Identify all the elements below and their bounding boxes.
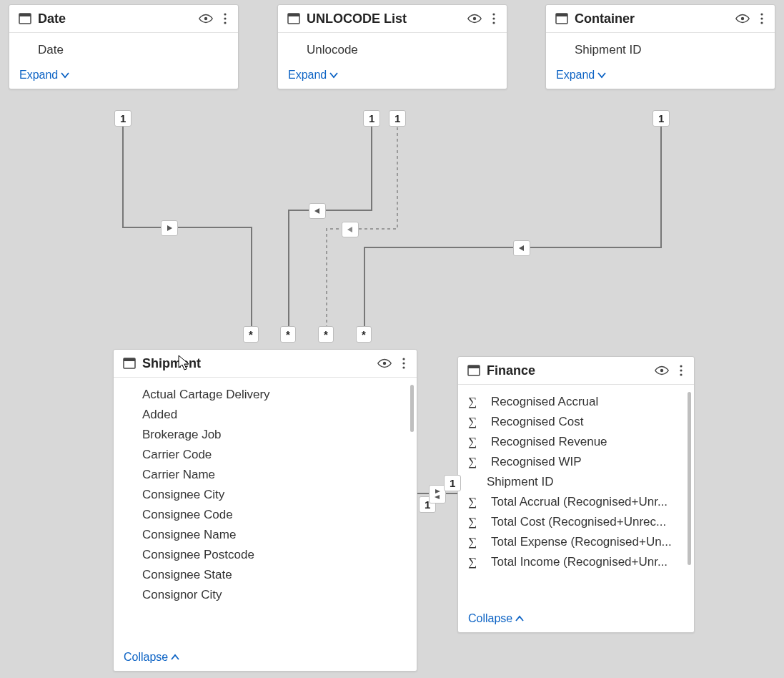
sigma-icon: ∑ [468,415,484,429]
svg-point-11 [492,21,495,24]
field[interactable]: Shipment ID [465,472,687,492]
sigma-icon: ∑ [468,395,484,409]
svg-point-28 [680,369,682,371]
expand-link[interactable]: Expand [19,69,69,82]
svg-point-15 [760,13,763,15]
more-icon[interactable] [756,11,768,26]
cardinality-shipment: * [356,326,372,343]
svg-point-9 [492,13,495,15]
chevron-up-icon [171,653,179,662]
svg-rect-1 [19,14,31,16]
table-date[interactable]: Date Date Expand [9,4,239,89]
field[interactable]: Brokerage Job [121,425,410,445]
svg-point-14 [741,17,744,20]
field[interactable]: Carrier Code [121,445,410,465]
field[interactable]: Consignee City [121,485,410,505]
model-canvas[interactable]: 1 1 1 1 * * * * 1 1 Date Date Expand [0,0,784,678]
filter-direction-icon [309,203,326,219]
chevron-down-icon [597,71,606,79]
field[interactable]: Added [121,405,410,425]
table-shipment[interactable]: Shipment Actual Cartage Delivery Added B… [113,349,417,672]
field[interactable]: Shipment ID [553,40,768,60]
svg-rect-13 [556,14,567,16]
cardinality-unlocode-a: 1 [363,110,380,127]
field[interactable]: Unlocode [285,40,500,60]
collapse-link[interactable]: Collapse [124,651,179,664]
field[interactable]: Consignee Postcode [121,545,410,565]
svg-point-17 [760,21,763,24]
more-icon[interactable] [398,356,410,370]
sigma-icon: ∑ [468,455,484,469]
cardinality-container: 1 [652,110,670,127]
field[interactable]: Consignee Name [121,525,410,545]
field[interactable]: Actual Cartage Delivery [121,385,410,405]
table-title: Finance [487,363,648,378]
svg-point-8 [473,17,476,20]
measure-field[interactable]: ∑Recognised Revenue [465,432,687,452]
svg-point-20 [383,362,386,365]
field[interactable]: Consignee State [121,565,410,585]
filter-direction-icon [161,220,178,236]
sigma-icon: ∑ [468,435,484,449]
expand-link[interactable]: Expand [556,69,606,82]
expand-link[interactable]: Expand [288,69,338,82]
chevron-up-icon [515,614,524,623]
cardinality-finance-shipment: 1 [444,475,461,491]
visibility-icon[interactable] [198,11,214,26]
table-icon [287,11,301,26]
svg-point-26 [660,369,663,372]
cardinality-date: 1 [114,110,132,127]
visibility-icon[interactable] [467,11,482,26]
measure-field[interactable]: ∑Total Expense (Recognised+Un... [465,532,687,552]
cardinality-shipment: * [280,326,296,343]
visibility-icon[interactable] [654,363,670,378]
measure-field[interactable]: ∑Total Accrual (Recognised+Unr... [465,492,687,512]
visibility-icon[interactable] [377,355,392,371]
scrollbar[interactable] [688,392,691,565]
collapse-link[interactable]: Collapse [468,612,524,625]
svg-point-21 [402,358,405,360]
table-icon [18,11,32,26]
measure-field[interactable]: ∑Total Cost (Recognised+Unrec... [465,512,687,532]
measure-field[interactable]: ∑Total Income (Recognised+Unr... [465,552,687,572]
field[interactable]: Date [16,40,231,60]
chevron-down-icon [329,71,338,79]
table-finance[interactable]: Finance ∑Recognised Accrual∑Recognised C… [457,356,695,633]
field[interactable]: Carrier Name [121,465,410,485]
field[interactable]: Consignee Code [121,505,410,525]
visibility-icon[interactable] [735,11,750,26]
filter-direction-icon [513,240,530,256]
measure-field[interactable]: ∑Recognised WIP [465,452,687,472]
cardinality-unlocode-b: 1 [389,110,406,127]
measure-field[interactable]: ∑Recognised Accrual [465,392,687,412]
svg-point-27 [680,365,682,367]
measure-field[interactable]: ∑Recognised Cost [465,412,687,432]
table-title: UNLOCODE List [307,11,461,26]
scrollbar[interactable] [410,385,414,432]
sigma-icon: ∑ [468,515,484,529]
svg-point-22 [402,362,405,364]
table-icon [467,363,481,378]
chevron-down-icon [61,71,69,79]
cardinality-shipment: * [243,326,259,343]
filter-direction-icon [342,222,359,237]
svg-point-3 [224,13,226,15]
svg-point-4 [224,17,226,19]
svg-point-16 [760,17,763,19]
more-icon[interactable] [488,11,500,26]
table-title: Date [38,11,192,26]
svg-point-10 [492,17,495,19]
mouse-cursor [178,355,191,375]
cardinality-shipment: * [318,326,334,343]
more-icon[interactable] [675,363,687,378]
svg-point-5 [224,21,226,24]
table-title: Shipment [142,356,371,371]
field[interactable]: Consignor City [121,585,410,605]
table-unlocode[interactable]: UNLOCODE List Unlocode Expand [277,4,507,89]
sigma-icon: ∑ [468,535,484,549]
table-container[interactable]: Container Shipment ID Expand [545,4,775,89]
svg-point-29 [680,373,682,375]
more-icon[interactable] [219,11,231,26]
sigma-icon: ∑ [468,555,484,569]
table-icon [555,11,569,26]
